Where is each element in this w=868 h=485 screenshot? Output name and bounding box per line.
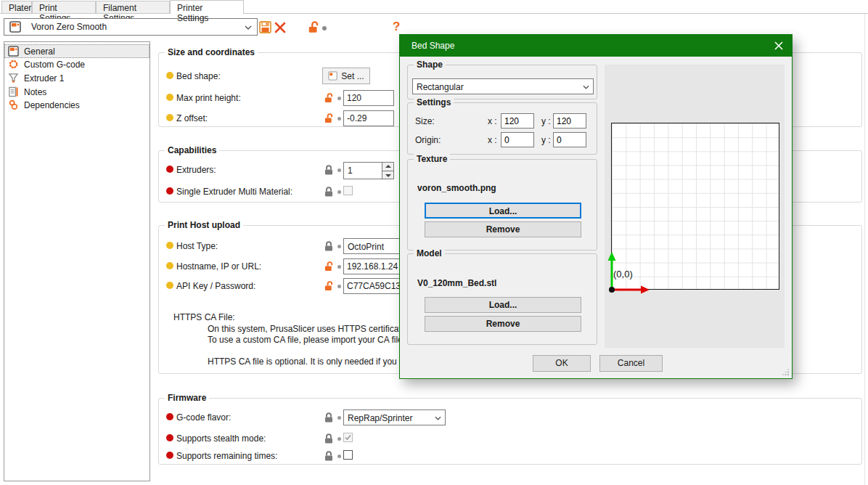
revert-dot-icon — [337, 168, 341, 172]
extruders-value: 1 — [348, 166, 353, 176]
spin-down-button[interactable] — [382, 171, 393, 179]
group-title: Texture — [414, 154, 450, 164]
option-row-gcode-flavor: G-code flavor: RepRap/Sprinter — [159, 409, 861, 426]
origin-y-input[interactable] — [553, 132, 586, 147]
shape-select[interactable]: Rectangular — [412, 78, 594, 94]
sidebar-item-label: General — [24, 46, 55, 57]
system-value-bullet-icon — [166, 434, 173, 441]
locked-icon[interactable] — [324, 165, 334, 175]
sidebar-item-general[interactable]: General — [4, 44, 150, 58]
size-row: Size: x : y : — [408, 113, 597, 131]
chevron-down-icon — [583, 85, 589, 89]
triangle-up-icon — [385, 165, 391, 168]
sidebar-item-notes[interactable]: Notes — [4, 85, 150, 99]
model-remove-button[interactable]: Remove — [425, 316, 581, 332]
sidebar-item-custom-gcode[interactable]: Custom G-code — [4, 58, 150, 72]
system-value-bullet-icon — [166, 413, 173, 420]
notes-icon — [8, 86, 19, 97]
locked-icon[interactable] — [324, 412, 334, 423]
system-value-bullet-icon — [166, 452, 173, 459]
option-label: Supports remaining times: — [176, 451, 277, 461]
gcode-flavor-select[interactable]: RepRap/Sprinter — [343, 409, 446, 425]
tab-label: Plater — [9, 3, 31, 13]
z-offset-input[interactable] — [343, 110, 394, 126]
section-title: Print Host upload — [165, 220, 243, 230]
stealth-mode-checkbox[interactable] — [343, 433, 353, 442]
modified-bullet-icon — [166, 242, 173, 249]
unlocked-icon[interactable] — [324, 281, 334, 291]
semm-checkbox[interactable] — [343, 186, 353, 195]
bed-shape-set-button[interactable]: Set ... — [322, 68, 370, 84]
value-revert-dot-icon — [322, 26, 327, 30]
origin-x-input[interactable] — [501, 132, 534, 147]
tab-filament-settings[interactable]: Filament Settings — [96, 1, 170, 13]
gear-icon — [8, 59, 19, 70]
sidebar-item-extruder-1[interactable]: Extruder 1 — [4, 71, 150, 85]
locked-icon[interactable] — [324, 451, 334, 461]
option-label: Max print height: — [176, 93, 241, 103]
chevron-down-icon — [245, 25, 252, 30]
revert-dot-icon — [337, 245, 341, 248]
tab-plater[interactable]: Plater — [1, 1, 32, 13]
spinner-buttons — [382, 163, 393, 179]
modified-bullet-icon — [166, 114, 173, 121]
bed-shape-dialog: Bed Shape Shape Rectangular Settings Siz… — [399, 34, 793, 379]
max-print-height-input[interactable] — [343, 90, 394, 106]
dialog-title: Bed Shape — [412, 41, 454, 51]
locked-icon[interactable] — [324, 241, 334, 251]
option-label: Host Type: — [176, 241, 218, 251]
settings-group: Settings Size: x : y : Origin: x : y : — [407, 102, 597, 155]
spin-up-button[interactable] — [382, 163, 393, 171]
close-icon[interactable] — [773, 40, 785, 52]
unlocked-icon[interactable] — [308, 21, 319, 33]
x-label: x : — [488, 116, 497, 126]
bed-preview-canvas[interactable]: (0,0) — [605, 65, 785, 348]
remaining-times-checkbox[interactable] — [343, 450, 353, 460]
printer-preset-combo[interactable]: Voron Zero Smooth — [4, 18, 258, 36]
group-title: Settings — [414, 97, 454, 107]
locked-icon[interactable] — [324, 433, 334, 444]
ok-button[interactable]: OK — [533, 355, 591, 372]
size-x-input[interactable] — [501, 113, 534, 129]
unlocked-icon[interactable] — [324, 93, 334, 103]
gcode-flavor-value: RepRap/Sprinter — [348, 413, 412, 423]
origin-row: Origin: x : y : — [408, 132, 597, 150]
https-ca-file-line: HTTPS CA file is optional. It is only ne… — [208, 356, 404, 367]
y-label: y : — [541, 135, 551, 145]
sidebar-item-label: Custom G-code — [24, 59, 85, 70]
unlocked-icon[interactable] — [324, 261, 334, 272]
size-y-input[interactable] — [553, 113, 586, 129]
extruders-spinner[interactable]: 1 — [343, 162, 394, 179]
revert-dot-icon — [337, 117, 341, 121]
texture-load-button[interactable]: Load... — [425, 203, 581, 219]
printer-icon — [8, 46, 19, 57]
sidebar-item-label: Extruder 1 — [24, 73, 64, 83]
button-label: Cancel — [618, 358, 644, 368]
tab-label: Printer Settings — [177, 3, 208, 23]
set-button-label: Set ... — [341, 71, 364, 81]
button-label: Load... — [489, 300, 517, 310]
settings-page-tree: General Custom G-code Extruder 1 Notes D… — [4, 41, 150, 481]
modified-bullet-icon — [166, 262, 173, 269]
tab-print-settings[interactable]: Print Settings — [32, 1, 96, 13]
delete-preset-icon[interactable] — [274, 21, 287, 34]
revert-dot-icon — [337, 437, 341, 441]
revert-dot-icon — [337, 190, 341, 194]
system-value-bullet-icon — [166, 166, 173, 173]
group-title: Model — [414, 248, 445, 258]
model-load-button[interactable]: Load... — [425, 297, 581, 313]
locked-icon[interactable] — [324, 187, 334, 197]
tab-printer-settings[interactable]: Printer Settings — [170, 0, 244, 14]
texture-filename: voron_smooth.png — [417, 183, 496, 193]
save-preset-icon[interactable] — [259, 21, 271, 33]
modified-bullet-icon — [166, 94, 173, 101]
help-icon[interactable]: ? — [393, 20, 400, 34]
resize-grip[interactable] — [782, 369, 790, 376]
unlocked-icon[interactable] — [324, 113, 334, 123]
size-label: Size: — [415, 116, 435, 126]
axes-icon — [607, 242, 659, 294]
sidebar-item-dependencies[interactable]: Dependencies — [4, 98, 150, 112]
dialog-titlebar[interactable]: Bed Shape — [400, 35, 792, 57]
cancel-button[interactable]: Cancel — [599, 355, 663, 372]
texture-remove-button[interactable]: Remove — [425, 221, 581, 237]
